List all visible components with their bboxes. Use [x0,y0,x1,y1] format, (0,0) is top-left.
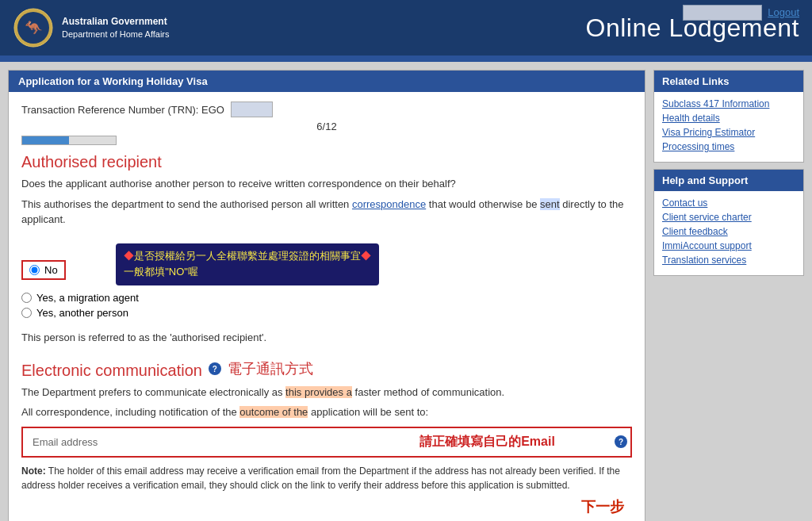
authorised-description: This authorises the department to send t… [21,197,632,228]
email-annotation: 請正確填寫自己的Email [365,434,610,450]
main-content: Application for a Working Holiday Visa T… [8,70,645,521]
trn-row: Transaction Reference Number (TRN): EGO [21,102,632,117]
electronic-desc2: All correspondence, including notificati… [21,404,632,420]
radio-group: No ◆是否授權給另一人全權聯繫並處理簽證的相關事宜◆ 一般都填"NO"喔 Ye… [21,239,632,320]
authorised-heading: Authorised recipient [21,153,632,171]
processing-times-link[interactable]: Processing times [662,141,795,152]
progress-text: 6/12 [21,121,632,132]
authorised-section: Authorised recipient Does the applicant … [21,153,632,346]
electronic-help-icon[interactable]: ? [209,362,221,375]
logo-area: 🦘 Australian Government Department of Ho… [13,7,170,48]
contact-us-link[interactable]: Contact us [662,197,795,209]
radio-migration[interactable]: Yes, a migration agent [21,292,632,304]
immiaccount-support-link[interactable]: ImmiAccount support [662,240,795,251]
trn-value [231,102,273,117]
radio-migration-input[interactable] [21,293,32,303]
logout-area: Logout [683,5,799,21]
annotation-no: ◆是否授權給另一人全權聯繫並處理簽證的相關事宜◆ 一般都填"NO"喔 [116,243,379,286]
email-note: Note: The holder of this email address m… [21,464,632,492]
electronic-heading: Electronic communication [21,362,202,380]
main-layout: Application for a Working Holiday Visa T… [0,62,812,521]
help-support-heading: Help and Support [654,170,803,191]
authorised-question: Does the applicant authorise another per… [21,176,632,192]
radio-person-input[interactable] [21,308,32,318]
correspondence-link: correspondence [352,198,426,210]
related-links-section: Related Links Subclass 417 Information H… [653,70,804,163]
svg-text:🦘: 🦘 [25,19,43,36]
related-links-heading: Related Links [654,71,803,92]
translation-services-link[interactable]: Translation services [662,255,795,266]
visa-pricing-link[interactable]: Visa Pricing Estimator [662,127,795,138]
radio-no[interactable]: No [21,260,66,280]
email-row: Email address 請正確填寫自己的Email ? [21,427,632,458]
radio-person[interactable]: Yes, another person [21,307,632,319]
email-input[interactable] [113,433,365,451]
email-label: Email address [26,431,113,453]
electronic-title-row: Electronic communication ? 電子通訊方式 [21,354,632,385]
progress-bar [21,136,117,145]
health-details-link[interactable]: Health details [662,113,795,124]
help-support-body: Contact us Client service charter Client… [654,191,803,275]
electronic-section: Electronic communication ? 電子通訊方式 The De… [21,354,632,492]
next-annotation: 下一步 [21,497,632,516]
trn-label: Transaction Reference Number (TRN): EGO [21,104,224,116]
service-charter-link[interactable]: Client service charter [662,212,795,223]
government-emblem: 🦘 [13,7,54,48]
client-feedback-link[interactable]: Client feedback [662,226,795,237]
form-header: Application for a Working Holiday Visa [9,71,645,92]
sidebar: Related Links Subclass 417 Information H… [653,70,804,521]
search-input[interactable] [683,5,762,21]
form-body: Transaction Reference Number (TRN): EGO … [9,92,645,521]
related-links-body: Subclass 417 Information Health details … [654,92,803,162]
logo-text: Australian Government Department of Home… [62,15,170,40]
electronic-chinese: 電子通訊方式 [228,359,313,378]
help-support-section: Help and Support Contact us Client servi… [653,169,804,276]
progress-fill [22,136,69,144]
email-help-icon[interactable]: ? [615,435,627,448]
subclass-417-link[interactable]: Subclass 417 Information [662,98,795,109]
radio-no-input[interactable] [29,265,40,275]
electronic-desc1: The Department prefers to communicate el… [21,385,632,400]
recipient-note: This person is referred to as the 'autho… [21,330,632,346]
logout-button[interactable]: Logout [768,6,799,18]
progress-row: 6/12 [21,121,632,145]
nav-bar [0,56,812,62]
